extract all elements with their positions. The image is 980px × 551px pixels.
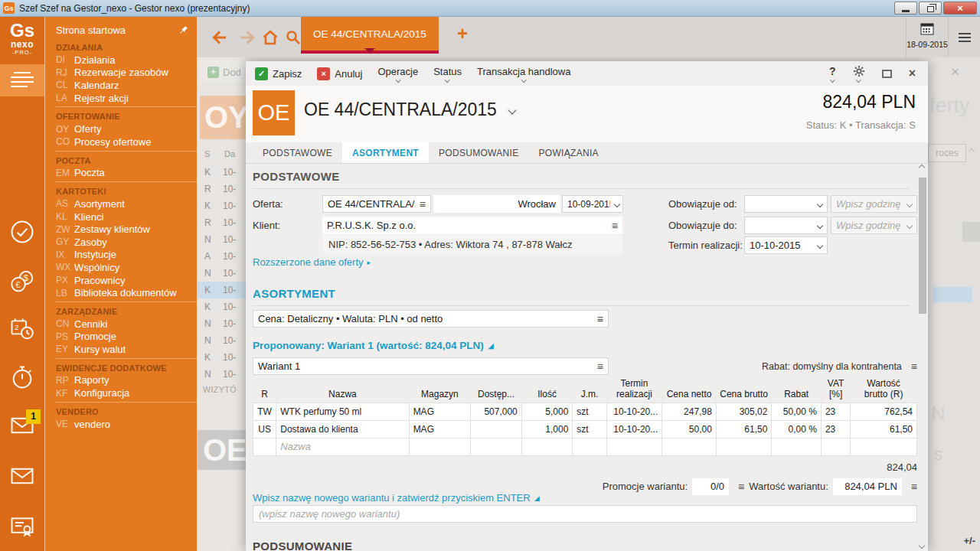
cell[interactable] [716, 438, 772, 455]
cell[interactable]: 10-10-20... [606, 420, 662, 438]
column-header[interactable]: Cena brutto [716, 378, 772, 403]
cell[interactable]: 507,000 [471, 403, 522, 420]
sidebar-item-asortyment[interactable]: ASAsortyment [45, 197, 197, 210]
new-variant-hint-link[interactable]: Wpisz nazwę nowego wariantu i zatwierdź … [253, 492, 540, 504]
sidebar-item-rezerwacje-zasobow[interactable]: RJRezerwacje zasobów [45, 67, 197, 80]
sidebar-item-kalendarz[interactable]: CLKalendarz [45, 79, 197, 92]
stopwatch-icon[interactable] [9, 364, 35, 390]
cell[interactable]: 23 [821, 420, 850, 438]
field-menu-icon[interactable]: ≡ [420, 198, 426, 210]
sidebar-item-vendero[interactable]: VEvendero [45, 418, 197, 431]
sidebar-item-oferty[interactable]: OYOferty [45, 122, 197, 135]
offer-city-field[interactable]: Wrocław [433, 195, 560, 213]
sidebar-item-strona-startowa[interactable]: Strona startowa [45, 21, 197, 38]
cell[interactable]: 247,98 [662, 403, 717, 420]
sidebar-item-procesy-ofertowe[interactable]: COProcesy ofertowe [45, 135, 197, 148]
restore-button[interactable] [919, 2, 942, 15]
valid-from-select[interactable] [744, 195, 828, 213]
cell[interactable]: 305,02 [716, 403, 772, 420]
cell[interactable] [253, 438, 276, 455]
field-menu-icon[interactable]: ≡ [597, 313, 603, 325]
table-row-new[interactable]: Nazwa [253, 438, 917, 455]
field-menu-icon[interactable]: ≡ [597, 360, 603, 373]
sidebar-item-zasoby[interactable]: GYZasoby [45, 236, 197, 249]
cell[interactable] [573, 438, 606, 455]
valid-from-hour-select[interactable]: Wpisz godzinę [831, 195, 917, 213]
table-row[interactable]: TW WTK perfumy 50 ml MAG 507,000 5,000 s… [253, 403, 917, 420]
sidebar-item-kursy-walut[interactable]: EYKursy walut [45, 343, 197, 356]
client-field[interactable]: P.R.U.S.K. Sp.z o.o. ≡ [322, 217, 622, 234]
pin-icon[interactable] [178, 24, 189, 36]
tab-podstawowe[interactable]: PODSTAWOWE [253, 142, 342, 163]
column-header[interactable]: Dostęp... [471, 378, 522, 403]
tab-powiazania[interactable]: POWIĄZANIA [529, 142, 609, 163]
column-header[interactable]: Termin realizacji [606, 378, 662, 403]
sidebar-item-poczta[interactable]: EMPoczta [45, 167, 197, 180]
trade-transaction-menu[interactable]: Transakcja handlowa [477, 66, 570, 82]
table-row[interactable]: US Dostawa do klienta MAG 1,000 szt 10-1… [253, 420, 917, 438]
scroll-up-icon[interactable] [919, 165, 925, 171]
back-button[interactable] [211, 28, 229, 47]
valid-to-select[interactable] [744, 217, 828, 234]
proposed-variant-header[interactable]: Proponowany: Wariant 1 (wartość: 824,04 … [253, 340, 494, 351]
tab-asortyment[interactable]: ASORTYMENT [342, 142, 429, 163]
sidebar-item-promocje[interactable]: PSPromocje [45, 331, 197, 344]
cell[interactable] [471, 438, 522, 455]
close-button[interactable]: × [943, 2, 977, 15]
calendar-clock-icon[interactable]: 2 [9, 316, 35, 342]
cell[interactable] [521, 438, 573, 455]
price-settings-bar[interactable]: Cena: Detaliczny • Waluta: PLN • od nett… [253, 310, 609, 328]
cell[interactable]: MAG [409, 403, 471, 420]
date-widget[interactable]: 18-09-2015 [906, 17, 949, 57]
tab-oe-44-centrala-2015[interactable]: OE 44/CENTRALA/2015 [301, 17, 439, 54]
cell[interactable] [471, 420, 522, 438]
sidebar-item-raporty[interactable]: RPRaporty [45, 374, 197, 387]
field-menu-icon[interactable]: ≡ [612, 220, 618, 232]
deadline-select[interactable]: 10-10-2015 [744, 236, 828, 254]
sidebar-item-pracownicy[interactable]: PXPracownicy [45, 274, 197, 287]
column-header[interactable]: Ilość [521, 378, 573, 403]
cell[interactable] [409, 438, 471, 455]
cell[interactable]: 50,00 % [772, 403, 822, 420]
search-icon[interactable] [284, 28, 302, 47]
cell[interactable]: 1,000 [521, 420, 573, 438]
sidebar-item-klienci[interactable]: KLKlienci [45, 210, 197, 223]
cell[interactable]: 5,000 [521, 403, 573, 420]
discount-info[interactable]: Rabat: domyślny dla kontrahenta ≡ [762, 360, 917, 373]
currency-coins-icon[interactable]: $€ [9, 269, 35, 295]
column-header[interactable]: Nazwa [276, 378, 409, 403]
maximize-dialog-button[interactable] [882, 70, 892, 78]
minimize-button[interactable] [894, 2, 917, 15]
column-header[interactable]: VAT [%] [821, 378, 850, 403]
cell[interactable]: 23 [821, 403, 850, 420]
new-tab-button[interactable]: + [457, 23, 468, 44]
cell[interactable]: szt [573, 403, 606, 420]
cell[interactable]: WTK perfumy 50 ml [276, 403, 409, 420]
cell[interactable]: Dostawa do klienta [276, 420, 409, 438]
cell[interactable]: TW [253, 403, 276, 420]
operations-menu[interactable]: Operacje [377, 66, 418, 82]
cell[interactable] [772, 438, 822, 455]
cell[interactable]: US [253, 420, 276, 438]
variant-value[interactable]: 824,04 PLN [833, 478, 902, 495]
field-menu-icon[interactable]: ≡ [911, 481, 917, 493]
mail-icon[interactable] [9, 463, 35, 489]
status-menu[interactable]: Status [433, 66, 462, 82]
sidebar-item-rejestr-akcji[interactable]: LARejestr akcji [45, 92, 197, 105]
cell[interactable] [606, 438, 662, 455]
help-button[interactable]: ? [829, 65, 836, 82]
sidebar-item-cenniki[interactable]: CNCenniki [45, 318, 197, 331]
plus-minus-control[interactable]: +/- [963, 535, 975, 546]
certificate-icon[interactable] [9, 514, 35, 540]
sidebar-item-instytucje[interactable]: IXInstytucje [45, 249, 197, 262]
cell[interactable]: 50,00 [662, 420, 717, 438]
tasks-check-icon[interactable] [9, 219, 35, 245]
cell[interactable] [851, 438, 917, 455]
column-header[interactable]: Rabat [772, 378, 822, 403]
offer-number-field[interactable]: OE 44/CENTRALA/2015 ≡ [322, 195, 431, 213]
promotions-value[interactable]: 0/0 [692, 478, 729, 495]
sidebar-item-dzialania[interactable]: DIDziałania [45, 54, 197, 67]
sidebar-item-zestawy-klientow[interactable]: ZWZestawy klientów [45, 223, 197, 236]
scrollbar-thumb[interactable] [919, 178, 926, 314]
variant-name-field[interactable]: Wariant 1 ≡ [253, 357, 609, 375]
